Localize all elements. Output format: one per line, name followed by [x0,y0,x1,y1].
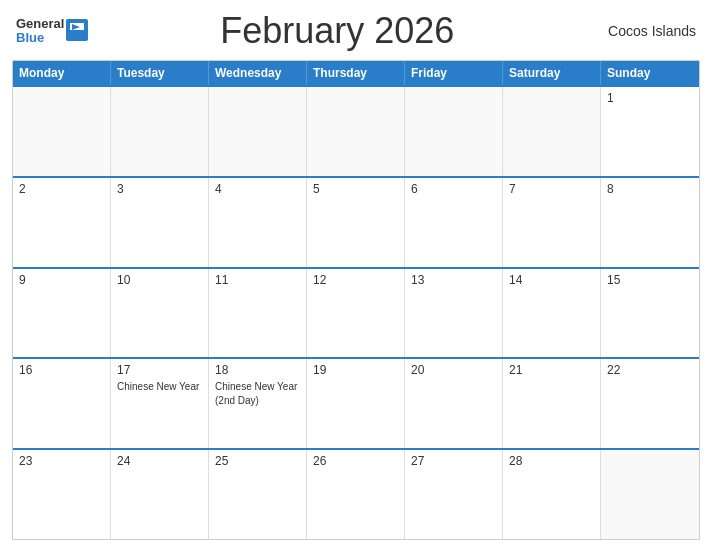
day-number: 17 [117,363,202,377]
day-number: 20 [411,363,496,377]
calendar-body: 1 2 3 4 5 6 7 8 9 10 11 12 13 14 15 [13,85,699,539]
cell-empty [13,87,111,176]
event-chinese-new-year-2nd: Chinese New Year (2nd Day) [215,381,297,406]
header-wednesday: Wednesday [209,61,307,85]
cell-empty [601,450,699,539]
header-friday: Friday [405,61,503,85]
cell-empty [209,87,307,176]
cell-20: 20 [405,359,503,448]
cal-row-3: 9 10 11 12 13 14 15 [13,267,699,358]
day-number: 12 [313,273,398,287]
cell-10: 10 [111,269,209,358]
cell-5: 5 [307,178,405,267]
day-number: 11 [215,273,300,287]
cell-3: 3 [111,178,209,267]
calendar-header: Monday Tuesday Wednesday Thursday Friday… [13,61,699,85]
cell-4: 4 [209,178,307,267]
cell-12: 12 [307,269,405,358]
cell-6: 6 [405,178,503,267]
header-monday: Monday [13,61,111,85]
cell-15: 15 [601,269,699,358]
cell-16: 16 [13,359,111,448]
cell-empty [503,87,601,176]
day-number: 8 [607,182,693,196]
day-number: 22 [607,363,693,377]
cal-row-1: 1 [13,85,699,176]
day-number: 19 [313,363,398,377]
day-number: 9 [19,273,104,287]
day-number: 15 [607,273,693,287]
cell-22: 22 [601,359,699,448]
cell-1: 1 [601,87,699,176]
month-title: February 2026 [88,10,586,52]
day-number: 25 [215,454,300,468]
day-number: 26 [313,454,398,468]
logo: General Blue [16,17,88,46]
day-number: 5 [313,182,398,196]
cal-row-4: 16 17 Chinese New Year 18 Chinese New Ye… [13,357,699,448]
calendar: Monday Tuesday Wednesday Thursday Friday… [12,60,700,540]
day-number: 18 [215,363,300,377]
cell-18: 18 Chinese New Year (2nd Day) [209,359,307,448]
cell-24: 24 [111,450,209,539]
cell-14: 14 [503,269,601,358]
cal-row-5: 23 24 25 26 27 28 [13,448,699,539]
day-number: 13 [411,273,496,287]
day-number: 6 [411,182,496,196]
cell-empty [307,87,405,176]
day-number: 2 [19,182,104,196]
event-chinese-new-year: Chinese New Year [117,381,199,392]
header-sunday: Sunday [601,61,699,85]
day-number: 16 [19,363,104,377]
logo-text: General Blue [16,17,64,46]
cal-row-2: 2 3 4 5 6 7 8 [13,176,699,267]
cell-28: 28 [503,450,601,539]
day-number: 24 [117,454,202,468]
cell-2: 2 [13,178,111,267]
header-thursday: Thursday [307,61,405,85]
cell-empty [405,87,503,176]
location: Cocos Islands [586,23,696,39]
header-tuesday: Tuesday [111,61,209,85]
cell-23: 23 [13,450,111,539]
cell-21: 21 [503,359,601,448]
header-saturday: Saturday [503,61,601,85]
cell-8: 8 [601,178,699,267]
svg-marker-2 [70,30,84,37]
cell-empty [111,87,209,176]
cell-25: 25 [209,450,307,539]
cell-26: 26 [307,450,405,539]
cell-13: 13 [405,269,503,358]
cell-19: 19 [307,359,405,448]
logo-icon [66,19,88,41]
day-number: 23 [19,454,104,468]
header: General Blue February 2026 Cocos Islands [12,10,700,52]
day-number: 28 [509,454,594,468]
day-number: 27 [411,454,496,468]
logo-general: General [16,17,64,31]
cell-9: 9 [13,269,111,358]
cell-7: 7 [503,178,601,267]
cell-11: 11 [209,269,307,358]
day-number: 1 [607,91,693,105]
day-number: 3 [117,182,202,196]
page: General Blue February 2026 Cocos Islands… [0,0,712,550]
day-number: 21 [509,363,594,377]
cell-17: 17 Chinese New Year [111,359,209,448]
day-number: 7 [509,182,594,196]
day-number: 10 [117,273,202,287]
day-number: 14 [509,273,594,287]
logo-blue: Blue [16,30,44,45]
cell-27: 27 [405,450,503,539]
day-number: 4 [215,182,300,196]
